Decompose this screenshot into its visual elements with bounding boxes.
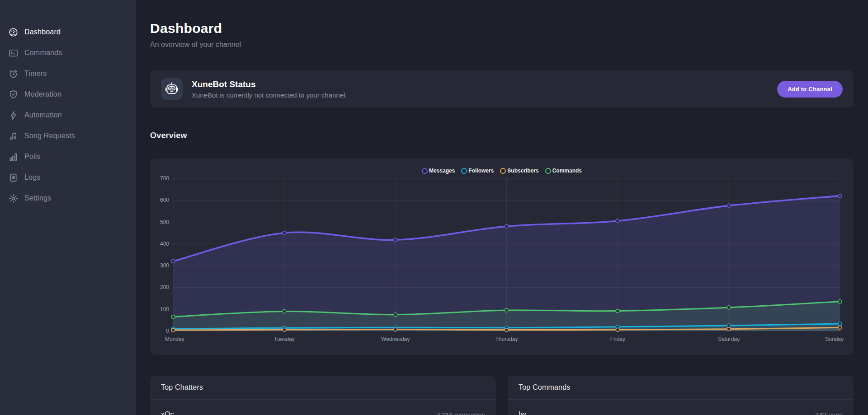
y-axis-tick: 500 (160, 219, 169, 225)
legend-ring-icon (500, 168, 506, 174)
sidebar-item-label: Commands (24, 49, 62, 57)
legend-item-messages[interactable]: Messages (420, 168, 457, 174)
legend-item-subscribers[interactable]: Subscribers (498, 168, 540, 174)
sidebar-item-label: Dashboard (24, 28, 61, 36)
y-axis-tick: 400 (160, 241, 169, 247)
data-point-messages[interactable] (727, 204, 731, 207)
gauge-icon (8, 27, 19, 37)
data-point-subscribers[interactable] (727, 327, 731, 331)
data-point-commands[interactable] (505, 308, 509, 312)
sidebar-nav: Dashboard Commands Timers (0, 22, 136, 209)
card-title: Top Chatters (161, 383, 203, 391)
data-point-commands[interactable] (616, 309, 619, 313)
main-content: Dashboard An overview of your channel Xu… (136, 0, 868, 415)
data-point-messages[interactable] (394, 238, 397, 242)
overview-chart-card: Messages Followers Subscribers Commands … (150, 159, 854, 355)
y-axis-tick: 700 (160, 176, 169, 182)
y-axis-tick: 0 (166, 328, 169, 334)
bar-chart-icon (8, 152, 19, 162)
chart-legend: Messages Followers Subscribers Commands (157, 166, 846, 176)
data-point-subscribers[interactable] (394, 328, 397, 331)
sidebar-item-settings[interactable]: Settings (0, 188, 136, 209)
data-point-subscribers[interactable] (505, 328, 509, 332)
alarm-clock-icon (8, 69, 19, 79)
data-point-followers[interactable] (727, 324, 731, 327)
music-note-icon (8, 131, 19, 141)
x-axis-tick: Tuesday (274, 336, 295, 342)
sidebar-item-label: Automation (24, 111, 62, 119)
x-axis-tick: Wednesday (381, 336, 410, 342)
chatter-message-count: 1234 messages (437, 411, 485, 415)
y-axis-tick: 200 (160, 284, 169, 290)
sidebar-item-label: Moderation (24, 90, 61, 98)
data-point-messages[interactable] (838, 194, 842, 198)
data-point-subscribers[interactable] (283, 328, 286, 331)
command-use-count: 342 uses (815, 411, 843, 415)
sidebar-item-dashboard[interactable]: Dashboard (0, 22, 136, 42)
sidebar-item-label: Settings (24, 194, 51, 202)
top-commands-card: Top Commands !sr 342 uses (508, 376, 854, 415)
page-subtitle: An overview of your channel (150, 41, 854, 49)
terminal-icon (8, 48, 19, 58)
sidebar-item-commands[interactable]: Commands (0, 42, 136, 63)
sidebar-item-automation[interactable]: Automation (0, 105, 136, 126)
x-axis-tick: Thursday (495, 336, 518, 342)
x-axis-tick: Monday (165, 336, 184, 342)
card-title: Top Commands (519, 383, 570, 391)
app-root: Dashboard Commands Timers (0, 0, 868, 415)
legend-ring-icon (422, 168, 428, 174)
legend-item-followers[interactable]: Followers (459, 168, 495, 174)
document-icon (8, 173, 19, 183)
sidebar: Dashboard Commands Timers (0, 0, 136, 415)
data-point-subscribers[interactable] (171, 328, 175, 332)
data-point-commands[interactable] (394, 313, 397, 317)
add-to-channel-button[interactable]: Add to Channel (777, 81, 843, 98)
data-point-followers[interactable] (838, 322, 842, 326)
sidebar-item-label: Logs (24, 173, 41, 182)
data-point-commands[interactable] (838, 300, 842, 303)
status-card: XuneBot Status XuneBot is currently not … (150, 70, 854, 107)
sidebar-item-polls[interactable]: Polls (0, 146, 136, 167)
y-axis-tick: 100 (160, 306, 169, 312)
robot-icon (161, 78, 183, 100)
sidebar-item-moderation[interactable]: Moderation (0, 84, 136, 105)
command-name: !sr (519, 410, 527, 415)
x-axis-tick: Sunday (825, 336, 844, 342)
sidebar-item-label: Polls (24, 153, 41, 161)
data-point-messages[interactable] (171, 259, 175, 263)
chatter-name: xQc (161, 410, 174, 415)
data-point-messages[interactable] (616, 219, 619, 223)
page-title: Dashboard (150, 21, 854, 36)
bottom-cards-row: Top Chatters xQc 1234 messages Top Comma… (150, 376, 854, 415)
data-point-subscribers[interactable] (616, 328, 619, 331)
x-axis-tick: Saturday (718, 336, 740, 342)
sidebar-item-timers[interactable]: Timers (0, 63, 136, 84)
data-point-commands[interactable] (727, 306, 731, 309)
top-chatters-header: Top Chatters (150, 376, 496, 400)
status-description: XuneBot is currently not connected to yo… (192, 91, 347, 99)
list-item: !sr 342 uses (508, 400, 854, 415)
y-axis-tick: 600 (160, 197, 169, 203)
top-commands-header: Top Commands (508, 376, 854, 400)
overview-heading: Overview (150, 131, 854, 140)
sidebar-item-label: Song Requests (24, 132, 75, 140)
data-point-commands[interactable] (171, 315, 175, 319)
list-item: xQc 1234 messages (150, 400, 496, 415)
gear-icon (8, 193, 19, 204)
data-point-commands[interactable] (283, 310, 286, 313)
overview-line-chart: 0100200300400500600700MondayTuesdayWedne… (157, 176, 846, 346)
lightning-icon (8, 110, 19, 121)
sidebar-item-label: Timers (24, 70, 47, 78)
data-point-subscribers[interactable] (838, 326, 842, 329)
x-axis-tick: Friday (610, 336, 625, 342)
legend-item-commands[interactable]: Commands (543, 168, 584, 174)
status-text: XuneBot Status XuneBot is currently not … (192, 79, 347, 99)
sidebar-item-logs[interactable]: Logs (0, 167, 136, 188)
data-point-messages[interactable] (505, 224, 509, 228)
status-title: XuneBot Status (192, 79, 347, 89)
top-chatters-card: Top Chatters xQc 1234 messages (150, 376, 496, 415)
legend-ring-icon (545, 168, 551, 174)
legend-ring-icon (461, 168, 467, 174)
data-point-messages[interactable] (283, 231, 286, 235)
sidebar-item-song-requests[interactable]: Song Requests (0, 126, 136, 146)
